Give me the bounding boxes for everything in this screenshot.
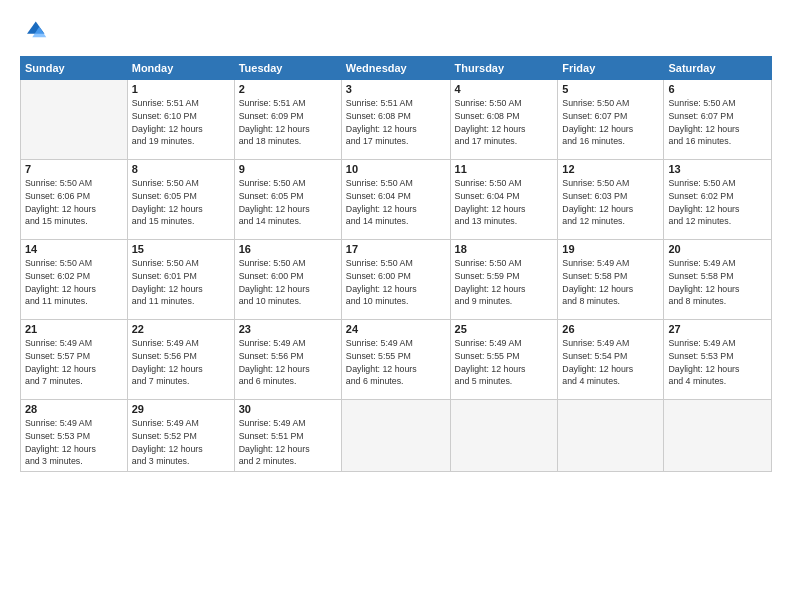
calendar-cell [558, 400, 664, 472]
weekday-header-saturday: Saturday [664, 57, 772, 80]
calendar-cell: 29Sunrise: 5:49 AM Sunset: 5:52 PM Dayli… [127, 400, 234, 472]
calendar-cell: 19Sunrise: 5:49 AM Sunset: 5:58 PM Dayli… [558, 240, 664, 320]
day-number: 30 [239, 403, 337, 415]
day-number: 5 [562, 83, 659, 95]
day-info: Sunrise: 5:49 AM Sunset: 5:57 PM Dayligh… [25, 337, 123, 388]
day-info: Sunrise: 5:50 AM Sunset: 6:04 PM Dayligh… [346, 177, 446, 228]
day-info: Sunrise: 5:51 AM Sunset: 6:08 PM Dayligh… [346, 97, 446, 148]
calendar-cell: 24Sunrise: 5:49 AM Sunset: 5:55 PM Dayli… [341, 320, 450, 400]
day-number: 2 [239, 83, 337, 95]
header [20, 18, 772, 46]
day-number: 28 [25, 403, 123, 415]
day-info: Sunrise: 5:50 AM Sunset: 6:07 PM Dayligh… [562, 97, 659, 148]
calendar-cell [664, 400, 772, 472]
calendar-cell: 27Sunrise: 5:49 AM Sunset: 5:53 PM Dayli… [664, 320, 772, 400]
day-number: 18 [455, 243, 554, 255]
calendar-week-row: 21Sunrise: 5:49 AM Sunset: 5:57 PM Dayli… [21, 320, 772, 400]
day-number: 7 [25, 163, 123, 175]
calendar-cell [450, 400, 558, 472]
calendar-cell: 7Sunrise: 5:50 AM Sunset: 6:06 PM Daylig… [21, 160, 128, 240]
calendar-cell: 10Sunrise: 5:50 AM Sunset: 6:04 PM Dayli… [341, 160, 450, 240]
calendar-cell: 18Sunrise: 5:50 AM Sunset: 5:59 PM Dayli… [450, 240, 558, 320]
day-info: Sunrise: 5:49 AM Sunset: 5:55 PM Dayligh… [346, 337, 446, 388]
day-info: Sunrise: 5:51 AM Sunset: 6:09 PM Dayligh… [239, 97, 337, 148]
weekday-header-monday: Monday [127, 57, 234, 80]
day-number: 3 [346, 83, 446, 95]
calendar-cell: 25Sunrise: 5:49 AM Sunset: 5:55 PM Dayli… [450, 320, 558, 400]
calendar-cell: 12Sunrise: 5:50 AM Sunset: 6:03 PM Dayli… [558, 160, 664, 240]
day-info: Sunrise: 5:50 AM Sunset: 6:06 PM Dayligh… [25, 177, 123, 228]
day-info: Sunrise: 5:49 AM Sunset: 5:51 PM Dayligh… [239, 417, 337, 468]
day-info: Sunrise: 5:49 AM Sunset: 5:53 PM Dayligh… [25, 417, 123, 468]
day-info: Sunrise: 5:49 AM Sunset: 5:58 PM Dayligh… [668, 257, 767, 308]
day-number: 14 [25, 243, 123, 255]
calendar-cell: 13Sunrise: 5:50 AM Sunset: 6:02 PM Dayli… [664, 160, 772, 240]
day-info: Sunrise: 5:49 AM Sunset: 5:53 PM Dayligh… [668, 337, 767, 388]
calendar-week-row: 1Sunrise: 5:51 AM Sunset: 6:10 PM Daylig… [21, 80, 772, 160]
day-number: 1 [132, 83, 230, 95]
calendar-cell: 16Sunrise: 5:50 AM Sunset: 6:00 PM Dayli… [234, 240, 341, 320]
day-number: 23 [239, 323, 337, 335]
day-info: Sunrise: 5:49 AM Sunset: 5:52 PM Dayligh… [132, 417, 230, 468]
calendar-cell: 26Sunrise: 5:49 AM Sunset: 5:54 PM Dayli… [558, 320, 664, 400]
day-number: 8 [132, 163, 230, 175]
calendar-cell: 5Sunrise: 5:50 AM Sunset: 6:07 PM Daylig… [558, 80, 664, 160]
day-info: Sunrise: 5:49 AM Sunset: 5:56 PM Dayligh… [132, 337, 230, 388]
day-info: Sunrise: 5:50 AM Sunset: 6:08 PM Dayligh… [455, 97, 554, 148]
day-info: Sunrise: 5:50 AM Sunset: 6:02 PM Dayligh… [668, 177, 767, 228]
calendar-cell [21, 80, 128, 160]
calendar-cell: 9Sunrise: 5:50 AM Sunset: 6:05 PM Daylig… [234, 160, 341, 240]
day-info: Sunrise: 5:49 AM Sunset: 5:58 PM Dayligh… [562, 257, 659, 308]
day-number: 16 [239, 243, 337, 255]
day-number: 26 [562, 323, 659, 335]
day-number: 21 [25, 323, 123, 335]
day-number: 10 [346, 163, 446, 175]
calendar-week-row: 14Sunrise: 5:50 AM Sunset: 6:02 PM Dayli… [21, 240, 772, 320]
weekday-header-sunday: Sunday [21, 57, 128, 80]
day-number: 4 [455, 83, 554, 95]
day-number: 15 [132, 243, 230, 255]
day-number: 12 [562, 163, 659, 175]
calendar-cell: 14Sunrise: 5:50 AM Sunset: 6:02 PM Dayli… [21, 240, 128, 320]
day-info: Sunrise: 5:50 AM Sunset: 6:00 PM Dayligh… [239, 257, 337, 308]
page: SundayMondayTuesdayWednesdayThursdayFrid… [0, 0, 792, 612]
day-info: Sunrise: 5:49 AM Sunset: 5:55 PM Dayligh… [455, 337, 554, 388]
calendar-cell: 11Sunrise: 5:50 AM Sunset: 6:04 PM Dayli… [450, 160, 558, 240]
day-info: Sunrise: 5:50 AM Sunset: 6:07 PM Dayligh… [668, 97, 767, 148]
day-info: Sunrise: 5:50 AM Sunset: 5:59 PM Dayligh… [455, 257, 554, 308]
calendar-cell: 28Sunrise: 5:49 AM Sunset: 5:53 PM Dayli… [21, 400, 128, 472]
weekday-header-row: SundayMondayTuesdayWednesdayThursdayFrid… [21, 57, 772, 80]
day-info: Sunrise: 5:49 AM Sunset: 5:54 PM Dayligh… [562, 337, 659, 388]
day-info: Sunrise: 5:51 AM Sunset: 6:10 PM Dayligh… [132, 97, 230, 148]
calendar-cell: 3Sunrise: 5:51 AM Sunset: 6:08 PM Daylig… [341, 80, 450, 160]
calendar-cell: 22Sunrise: 5:49 AM Sunset: 5:56 PM Dayli… [127, 320, 234, 400]
day-number: 22 [132, 323, 230, 335]
day-info: Sunrise: 5:50 AM Sunset: 6:01 PM Dayligh… [132, 257, 230, 308]
weekday-header-tuesday: Tuesday [234, 57, 341, 80]
day-number: 13 [668, 163, 767, 175]
calendar-cell: 6Sunrise: 5:50 AM Sunset: 6:07 PM Daylig… [664, 80, 772, 160]
day-number: 25 [455, 323, 554, 335]
day-info: Sunrise: 5:50 AM Sunset: 6:05 PM Dayligh… [132, 177, 230, 228]
calendar-table: SundayMondayTuesdayWednesdayThursdayFrid… [20, 56, 772, 472]
logo [20, 18, 52, 46]
day-info: Sunrise: 5:50 AM Sunset: 6:03 PM Dayligh… [562, 177, 659, 228]
calendar-cell: 21Sunrise: 5:49 AM Sunset: 5:57 PM Dayli… [21, 320, 128, 400]
calendar-week-row: 7Sunrise: 5:50 AM Sunset: 6:06 PM Daylig… [21, 160, 772, 240]
weekday-header-wednesday: Wednesday [341, 57, 450, 80]
calendar-cell: 15Sunrise: 5:50 AM Sunset: 6:01 PM Dayli… [127, 240, 234, 320]
day-number: 27 [668, 323, 767, 335]
day-number: 24 [346, 323, 446, 335]
day-info: Sunrise: 5:50 AM Sunset: 6:04 PM Dayligh… [455, 177, 554, 228]
logo-icon [20, 18, 48, 46]
day-number: 20 [668, 243, 767, 255]
calendar-cell: 4Sunrise: 5:50 AM Sunset: 6:08 PM Daylig… [450, 80, 558, 160]
day-number: 29 [132, 403, 230, 415]
day-number: 6 [668, 83, 767, 95]
day-number: 17 [346, 243, 446, 255]
day-info: Sunrise: 5:50 AM Sunset: 6:00 PM Dayligh… [346, 257, 446, 308]
day-info: Sunrise: 5:49 AM Sunset: 5:56 PM Dayligh… [239, 337, 337, 388]
calendar-cell: 8Sunrise: 5:50 AM Sunset: 6:05 PM Daylig… [127, 160, 234, 240]
calendar-cell: 2Sunrise: 5:51 AM Sunset: 6:09 PM Daylig… [234, 80, 341, 160]
day-number: 19 [562, 243, 659, 255]
